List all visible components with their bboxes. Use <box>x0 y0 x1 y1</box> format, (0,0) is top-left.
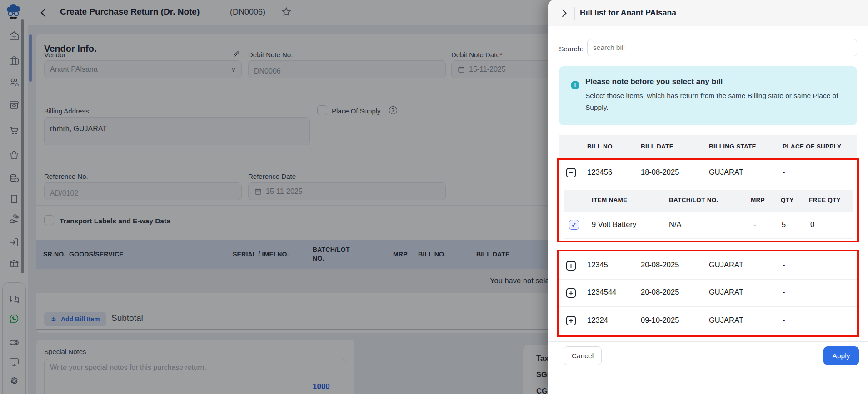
bill-row[interactable]: + 12324 09-10-2025 GUJARAT - <box>559 307 857 335</box>
alert-title: Please note before you select any bill <box>585 77 723 86</box>
expand-row-icon[interactable]: + <box>566 288 576 298</box>
billing-state: GUJARAT <box>709 316 743 325</box>
col-mrp: MRP <box>751 197 765 203</box>
place-of-supply: - <box>783 316 785 325</box>
collapse-row-icon[interactable]: − <box>566 168 576 177</box>
app-root: Create Purchase Return (Dr. Note) (DN000… <box>0 0 868 394</box>
col-bill-no: BILL NO. <box>587 143 614 150</box>
batch-lot-no: N/A <box>669 220 682 229</box>
place-of-supply: - <box>783 168 785 177</box>
collapse-drawer-icon[interactable] <box>559 8 569 18</box>
billing-state: GUJARAT <box>709 261 743 269</box>
col-place-of-supply: PLACE OF SUPPLY <box>783 143 841 150</box>
col-billing-state: BILLING STATE <box>709 143 756 150</box>
bill-list-drawer: Bill list for Anant PAlsana Search: i Pl… <box>548 0 868 394</box>
bill-no: 12324 <box>587 316 608 325</box>
item-name: 9 Volt Battery <box>592 220 636 229</box>
drawer-footer-divider <box>548 341 868 342</box>
item-qty: 5 <box>782 220 786 229</box>
bill-row-expanded[interactable]: − 123456 18-08-2025 GUJARAT - <box>559 160 857 186</box>
bill-no: 123456 <box>587 168 612 177</box>
billing-state: GUJARAT <box>709 168 743 177</box>
drawer-header-divider <box>574 7 575 20</box>
item-free-qty: 0 <box>810 220 814 229</box>
bill-row[interactable]: + 1234544 20-08-2025 GUJARAT - <box>559 280 857 307</box>
col-batch-lot: BATCH/LOT NO. <box>669 197 718 203</box>
expand-row-icon[interactable]: + <box>566 316 576 325</box>
item-mrp: - <box>753 220 756 229</box>
bill-no: 1234544 <box>587 288 616 296</box>
billing-state: GUJARAT <box>709 288 743 296</box>
search-bill-input[interactable] <box>587 39 857 56</box>
bill-table-header: BILL NO. BILL DATE BILLING STATE PLACE O… <box>559 135 857 159</box>
col-qty: QTY <box>781 197 794 203</box>
info-icon: i <box>571 81 579 89</box>
bill-row[interactable]: + 12345 20-08-2025 GUJARAT - <box>559 252 857 280</box>
item-row[interactable]: ✓ 9 Volt Battery N/A - 5 0 <box>564 212 853 239</box>
col-free-qty: FREE QTY <box>809 197 841 203</box>
apply-button[interactable]: Apply <box>823 346 859 365</box>
search-label: Search: <box>559 45 583 53</box>
expand-row-icon[interactable]: + <box>566 261 576 271</box>
info-alert: i Please note before you select any bill… <box>559 66 857 125</box>
drawer-header: Bill list for Anant PAlsana <box>548 0 868 26</box>
bill-date: 20-08-2025 <box>641 288 679 296</box>
place-of-supply: - <box>783 288 785 296</box>
item-subtable-header: ITEM NAME BATCH/LOT NO. MRP QTY FREE QTY <box>564 190 853 212</box>
bill-no: 12345 <box>587 261 608 269</box>
bill-date: 20-08-2025 <box>641 261 679 269</box>
drawer-title: Bill list for Anant PAlsana <box>580 8 676 18</box>
alert-body: Select those items, which has return fro… <box>585 90 843 113</box>
bill-date: 18-08-2025 <box>641 168 679 177</box>
col-bill-date: BILL DATE <box>641 143 673 150</box>
cancel-button[interactable]: Cancel <box>564 346 602 365</box>
col-item-name: ITEM NAME <box>592 197 627 203</box>
place-of-supply: - <box>783 261 785 269</box>
item-checkbox-checked[interactable]: ✓ <box>569 220 579 230</box>
bill-date: 09-10-2025 <box>641 316 679 325</box>
